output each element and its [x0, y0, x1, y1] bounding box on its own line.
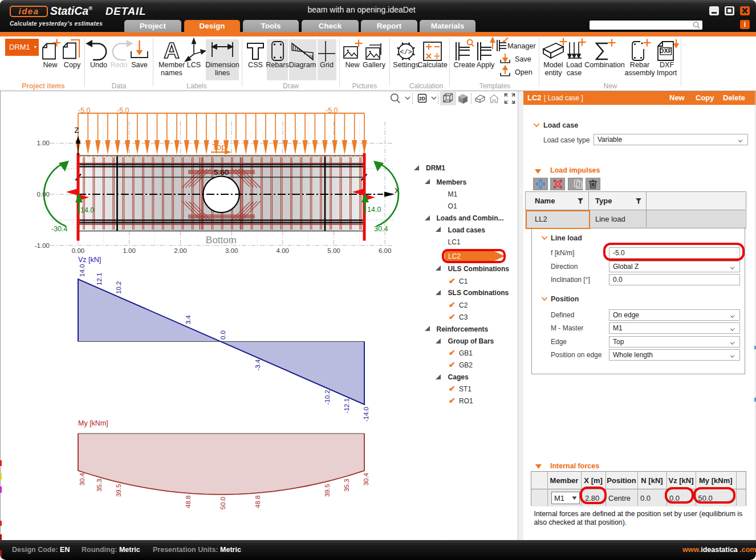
svg-text:3.00: 3.00 — [225, 247, 238, 254]
svg-text:</>: </> — [400, 48, 412, 56]
svg-text:0.0: 0.0 — [220, 330, 226, 340]
svg-text:-12.1: -12.1 — [343, 398, 350, 413]
svg-text:35.3: 35.3 — [343, 479, 350, 492]
svg-text:5.00: 5.00 — [327, 247, 340, 254]
svg-text:My [kNm]: My [kNm] — [78, 419, 108, 427]
svg-text:-5.0: -5.0 — [326, 107, 338, 115]
svg-text:39.5: 39.5 — [115, 484, 122, 497]
svg-text:14.0: 14.0 — [367, 206, 381, 214]
svg-text:DXF: DXF — [660, 47, 672, 54]
svg-text:-10.2: -10.2 — [324, 390, 331, 404]
svg-text:-5.0: -5.0 — [117, 107, 129, 115]
svg-text:48.8: 48.8 — [254, 496, 261, 508]
svg-text:-14.0: -14.0 — [363, 407, 369, 422]
svg-text:Bottom: Bottom — [206, 235, 237, 246]
svg-text:35.3: 35.3 — [96, 479, 103, 492]
svg-text:30.4: 30.4 — [79, 473, 86, 486]
svg-text:Top: Top — [212, 142, 226, 152]
svg-text:-3.4: -3.4 — [254, 359, 261, 370]
svg-text:30.4: 30.4 — [374, 225, 388, 233]
svg-text:-5.0: -5.0 — [78, 107, 91, 115]
svg-text:1.00: 1.00 — [37, 140, 50, 146]
svg-text:5.60: 5.60 — [214, 168, 229, 177]
svg-text:Z: Z — [75, 126, 79, 134]
svg-text:A: A — [164, 39, 179, 63]
svg-text:6.00: 6.00 — [379, 247, 391, 254]
svg-text:4.00: 4.00 — [277, 247, 289, 254]
svg-text:-1.00: -1.00 — [35, 242, 50, 249]
svg-text:0.00: 0.00 — [72, 247, 84, 254]
svg-text:1.00: 1.00 — [123, 247, 136, 254]
svg-text:2.00: 2.00 — [174, 247, 186, 254]
svg-text:48.8: 48.8 — [185, 496, 192, 508]
svg-text:14.0: 14.0 — [79, 264, 86, 277]
svg-text:39.5: 39.5 — [324, 484, 331, 497]
svg-text:2D: 2D — [419, 96, 425, 101]
svg-text:3.4: 3.4 — [185, 315, 192, 325]
svg-text:Vz [kN]: Vz [kN] — [78, 256, 101, 264]
svg-text:30.4: 30.4 — [363, 473, 369, 486]
svg-text:10.2: 10.2 — [115, 281, 122, 294]
svg-text:12.1: 12.1 — [96, 273, 103, 285]
svg-text:14.0: 14.0 — [80, 206, 94, 214]
svg-text:50.0: 50.0 — [220, 497, 226, 509]
